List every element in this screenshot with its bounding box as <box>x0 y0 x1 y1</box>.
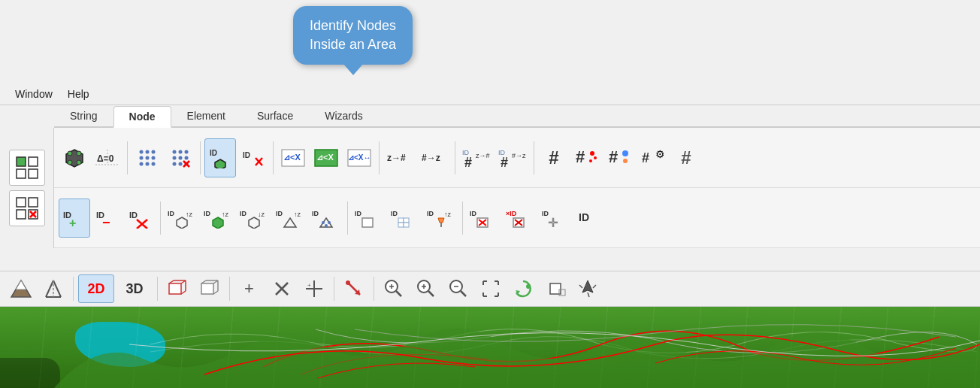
svg-point-58 <box>590 151 594 156</box>
btn-id-hash-2[interactable]: ID # #→z <box>495 138 530 177</box>
menu-window[interactable]: Window <box>8 86 60 102</box>
svg-text:ID: ID <box>276 210 283 217</box>
btn-polygon-select[interactable] <box>59 138 90 177</box>
sep6 <box>534 141 534 174</box>
svg-point-28 <box>179 150 183 153</box>
btn-snap[interactable] <box>339 274 369 303</box>
btn-node-dots[interactable] <box>132 138 163 177</box>
btn-2d[interactable]: 2D <box>78 274 114 303</box>
btn-id-x[interactable]: ID <box>237 138 269 177</box>
btn-delta-zero[interactable]: Δ=0 <box>92 138 123 177</box>
btn-mountain[interactable] <box>6 274 36 303</box>
svg-text:#→z: #→z <box>512 152 526 159</box>
btn-id-minus[interactable]: ID − <box>92 199 123 238</box>
btn-refresh[interactable] <box>508 274 538 303</box>
svg-text:⊿<X↔: ⊿<X↔ <box>348 153 371 162</box>
btn-split-view[interactable] <box>38 274 68 303</box>
svg-rect-91 <box>362 218 373 227</box>
btn-hash-x[interactable]: # <box>571 138 603 177</box>
svg-point-21 <box>140 156 144 159</box>
btn-hash-gear[interactable]: # ⚙ <box>637 138 669 177</box>
btn-hash-to-z[interactable]: #→z <box>418 138 451 177</box>
btn-id-box-single[interactable]: ID <box>352 199 386 238</box>
btn-hash-last[interactable]: # <box>670 138 702 177</box>
btn-navigate[interactable] <box>573 274 603 303</box>
svg-line-140 <box>396 291 401 296</box>
btn-id-last[interactable]: ID <box>572 199 603 238</box>
panel-icon-grid-x[interactable] <box>9 190 45 226</box>
svg-text:ID: ID <box>355 210 362 217</box>
btn-pan[interactable] <box>540 274 570 303</box>
svg-text:⚙: ⚙ <box>655 148 664 160</box>
tab-element[interactable]: Element <box>171 105 241 126</box>
btn-zoom-box[interactable] <box>379 274 409 303</box>
btn-node-dots-x[interactable] <box>165 138 196 177</box>
btn-zoom-out[interactable] <box>443 274 473 303</box>
btn-id-move[interactable]: ID ✛ <box>539 199 570 238</box>
svg-marker-113 <box>16 280 26 289</box>
menu-help[interactable]: Help <box>60 86 97 102</box>
btn-id-hex-up-z[interactable]: ID ↑z <box>165 199 199 238</box>
svg-text:⊿<X: ⊿<X <box>316 153 334 162</box>
btn-box-3d[interactable] <box>162 274 192 303</box>
sep-bt2 <box>157 277 158 301</box>
svg-point-20 <box>152 150 156 153</box>
tabbar: String Node Element Surface Wizards <box>54 105 980 128</box>
svg-text:Δ=0: Δ=0 <box>97 153 114 164</box>
btn-angle-x1[interactable]: ⊿<X <box>277 138 309 177</box>
btn-id-cross-box[interactable]: ID <box>467 199 501 238</box>
tab-node[interactable]: Node <box>113 106 171 128</box>
btn-add-node[interactable]: + <box>234 274 265 303</box>
svg-rect-0 <box>17 157 26 166</box>
btn-id-plus[interactable]: ID + <box>59 199 90 238</box>
svg-point-19 <box>146 150 150 153</box>
btn-id-grid-4[interactable]: ID <box>388 199 422 238</box>
btn-identify-nodes-area[interactable]: ID <box>204 138 236 177</box>
svg-rect-94 <box>404 218 409 223</box>
svg-point-32 <box>185 156 189 159</box>
btn-z-to-hash[interactable]: z→# <box>383 138 416 177</box>
menubar: Window Help <box>0 83 980 105</box>
tab-string[interactable]: String <box>54 105 113 126</box>
btn-id-tri-up-z[interactable]: ID ↑z <box>273 199 307 238</box>
left-panel <box>0 128 54 248</box>
svg-text:#: # <box>464 155 472 168</box>
svg-marker-39 <box>215 159 225 168</box>
btn-box-wire[interactable] <box>195 274 225 303</box>
svg-text:×ID: ×ID <box>506 210 517 217</box>
btn-id-down-z[interactable]: ID ↓z <box>237 199 271 238</box>
svg-point-30 <box>173 156 177 159</box>
svg-text:✛: ✛ <box>548 217 558 229</box>
map-background <box>0 307 980 388</box>
svg-rect-124 <box>201 283 213 294</box>
svg-text:#: # <box>609 147 618 166</box>
btn-hash-colored[interactable]: # <box>604 138 636 177</box>
sep-bt3 <box>229 277 230 301</box>
btn-id-cross[interactable]: ID <box>125 199 156 238</box>
svg-point-18 <box>140 150 144 153</box>
sep5 <box>455 141 455 174</box>
svg-point-33 <box>173 162 177 165</box>
toolbar-rows: Δ=0 <box>54 128 980 248</box>
btn-3d[interactable]: 3D <box>116 274 153 303</box>
btn-id-pin-up-z[interactable]: ID ↑z <box>424 199 458 238</box>
btn-hash-plain[interactable]: # <box>538 138 570 177</box>
btn-angle-x2[interactable]: ⊿<X <box>310 138 342 177</box>
svg-rect-93 <box>398 218 404 223</box>
btn-zoom-in[interactable] <box>411 274 441 303</box>
toolbar-row-2: ID + ID − ID <box>54 188 980 248</box>
sep1 <box>127 141 128 174</box>
btn-id-dots-down[interactable]: ID <box>309 199 343 238</box>
btn-fit[interactable] <box>476 274 506 303</box>
btn-angle-x3[interactable]: ⊿<X↔ <box>343 138 375 177</box>
btn-id-hex-fill-up-z[interactable]: ID ↑z <box>201 199 235 238</box>
panel-icon-grid[interactable] <box>9 150 45 186</box>
btn-move-node[interactable]: + <box>299 274 329 303</box>
tab-surface[interactable]: Surface <box>241 105 309 126</box>
btn-id-hash-1[interactable]: ID # z→# <box>459 138 494 177</box>
tab-wizards[interactable]: Wizards <box>309 105 379 126</box>
svg-text:−: − <box>102 215 110 229</box>
bottom-toolbar: 2D 3D + <box>0 271 980 307</box>
btn-delete-node[interactable] <box>267 274 297 303</box>
btn-id-cross-node[interactable]: ×ID <box>503 199 537 238</box>
